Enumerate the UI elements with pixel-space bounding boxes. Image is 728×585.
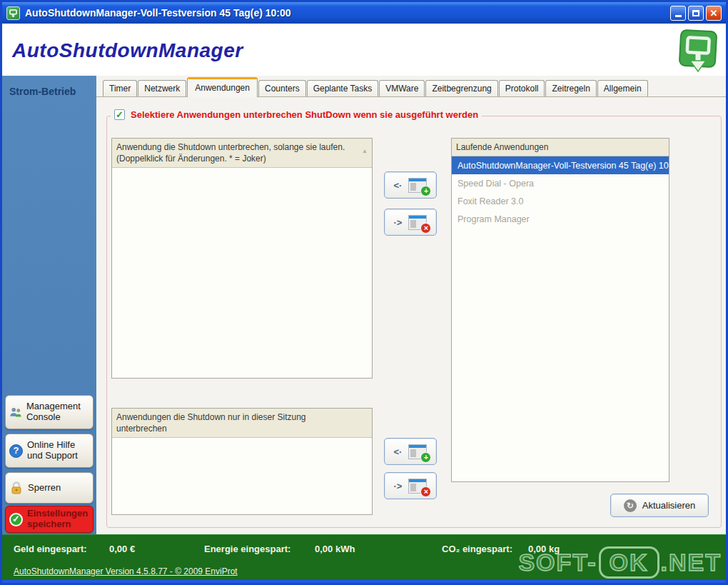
- tab-allgemein[interactable]: Allgemein: [597, 80, 648, 96]
- session-apps-list[interactable]: Anwendungen die Shutdown nur in dieser S…: [111, 408, 373, 515]
- window-bottom-border: [2, 580, 726, 583]
- interrupt-shutdown-option: ✓ Selektiere Anwendungen unterbrechen Sh…: [111, 109, 482, 120]
- running-apps-header[interactable]: Laufende Anwendungen: [452, 139, 669, 156]
- arrow-right-icon: ·>: [394, 481, 403, 491]
- tab-netzwerk[interactable]: Netzwerk: [138, 80, 186, 96]
- co2-saved-label: CO₂ eingespart:: [442, 544, 512, 554]
- online-help-label: Online Hilfe und Support: [27, 440, 89, 461]
- save-settings-button[interactable]: ✓ Einstellungen speichern: [5, 506, 93, 533]
- app-header: AutoShutdownManager: [2, 24, 726, 76]
- maximize-icon: [692, 10, 699, 16]
- session-apps-header[interactable]: Anwendungen die Shutdown nur in dieser S…: [112, 409, 372, 438]
- check-icon: ✓: [9, 513, 23, 526]
- sort-asc-icon[interactable]: ▲: [362, 148, 368, 156]
- help-icon: ?: [9, 444, 23, 458]
- session-apps-header-text: Anwendungen die Shutdown nur in dieser S…: [116, 412, 306, 434]
- watermark-ok: OK: [599, 546, 659, 579]
- running-apps-header-text: Laufende Anwendungen: [456, 142, 548, 152]
- watermark-left: SOFT-: [518, 549, 597, 576]
- soft-ok-watermark: SOFT- OK .NET: [518, 546, 722, 579]
- running-apps-list[interactable]: Laufende Anwendungen AutoShutdownManager…: [451, 138, 669, 482]
- delete-badge-icon: ×: [420, 223, 431, 234]
- window-remove-icon: ×: [408, 215, 427, 230]
- title-bar[interactable]: AutoShutdownManager-Voll-Testversion 45 …: [2, 2, 726, 24]
- app-icon-glyph: [9, 9, 18, 18]
- add-session-app-button[interactable]: <· +: [384, 438, 437, 465]
- energy-saved-value: 0,00 kWh: [315, 544, 355, 554]
- sidebar: Strom-Betrieb Management Console ? Onlin…: [2, 76, 96, 534]
- close-button[interactable]: ✕: [706, 6, 722, 21]
- plus-badge-icon: +: [420, 452, 431, 463]
- interrupt-shutdown-checkbox[interactable]: ✓: [114, 109, 125, 120]
- app-window: AutoShutdownManager-Voll-Testversion 45 …: [0, 0, 728, 585]
- persistent-apps-list[interactable]: Anwendung die Shutdown unterbrechen, sol…: [111, 138, 373, 379]
- tab-vmware[interactable]: VMWare: [379, 80, 425, 96]
- tab-counters[interactable]: Counters: [258, 80, 306, 96]
- remove-persistent-app-button[interactable]: ·> ×: [384, 209, 437, 236]
- save-settings-label: Einstellungen speichern: [27, 509, 89, 530]
- tab-geplante-tasks[interactable]: Geplante Tasks: [307, 80, 379, 96]
- list-item[interactable]: AutoShutdownManager-Voll-Testversion 45 …: [452, 156, 669, 174]
- arrow-right-icon: ·>: [394, 217, 403, 228]
- add-persistent-app-button[interactable]: <· +: [384, 171, 437, 199]
- maximize-button[interactable]: [688, 6, 704, 21]
- arrow-left-icon: <·: [394, 180, 403, 191]
- app-icon: [6, 6, 20, 20]
- tab-panel-anwendungen: ✓ Selektiere Anwendungen unterbrechen Sh…: [96, 97, 728, 534]
- remove-session-app-button[interactable]: ·> ×: [384, 472, 437, 499]
- list-item[interactable]: Foxit Reader 3.0: [452, 192, 669, 210]
- brand-logo-icon: [677, 29, 719, 76]
- list-item[interactable]: Program Manager: [452, 210, 669, 228]
- refresh-icon: ↻: [624, 499, 637, 512]
- persistent-apps-header-text: Anwendung die Shutdown unterbrechen, sol…: [116, 142, 345, 164]
- power-mode-label: Strom-Betrieb: [9, 86, 76, 97]
- running-apps-body: AutoShutdownManager-Voll-Testversion 45 …: [452, 156, 669, 481]
- arrow-left-icon: <·: [394, 446, 403, 457]
- management-console-button[interactable]: Management Console: [5, 395, 93, 429]
- tab-protokoll[interactable]: Protokoll: [499, 80, 545, 96]
- watermark-right: .NET: [661, 549, 722, 576]
- tab-zeitregeln[interactable]: Zeitregeln: [545, 80, 596, 96]
- refresh-label: Aktualisieren: [642, 500, 695, 511]
- delete-badge-icon: ×: [420, 486, 431, 497]
- management-console-label: Management Console: [26, 401, 89, 423]
- tab-timer[interactable]: Timer: [103, 80, 137, 96]
- refresh-button[interactable]: ↻ Aktualisieren: [610, 494, 709, 517]
- version-link[interactable]: AutoShutdownManager Version 4.5.8.77 - ©…: [14, 566, 238, 576]
- list-item[interactable]: Speed Dial - Opera: [452, 174, 669, 192]
- persistent-apps-header[interactable]: Anwendung die Shutdown unterbrechen, sol…: [112, 139, 372, 168]
- close-icon: ✕: [710, 9, 718, 18]
- lock-label: Sperren: [28, 483, 61, 494]
- window-add-icon: +: [408, 444, 427, 459]
- minimize-icon: [675, 15, 682, 17]
- minimize-button[interactable]: [670, 6, 686, 21]
- tab-zeitbegrenzung[interactable]: Zeitbegrenzung: [425, 80, 497, 96]
- lock-icon: [9, 481, 24, 495]
- plus-badge-icon: +: [420, 186, 431, 196]
- money-saved-value: 0,00 €: [109, 544, 135, 554]
- interrupt-shutdown-label: Selektiere Anwendungen unterbrechen Shut…: [131, 109, 478, 120]
- window-remove-icon: ×: [408, 479, 427, 494]
- online-help-button[interactable]: ? Online Hilfe und Support: [5, 434, 93, 468]
- tab-strip: Timer Netzwerk Anwendungen Counters Gepl…: [96, 76, 728, 97]
- tab-anwendungen[interactable]: Anwendungen: [187, 77, 258, 97]
- session-apps-body[interactable]: [112, 438, 372, 514]
- persistent-apps-body[interactable]: [112, 168, 372, 378]
- window-add-icon: +: [408, 178, 427, 193]
- users-icon: [9, 405, 22, 420]
- applications-groupbox: ✓ Selektiere Anwendungen unterbrechen Sh…: [106, 116, 722, 528]
- lock-button[interactable]: Sperren: [5, 472, 93, 504]
- checkbox-check-icon: ✓: [116, 110, 123, 119]
- app-logo-text: AutoShutdownManager: [12, 39, 243, 62]
- money-saved-label: Geld eingespart:: [14, 544, 87, 554]
- energy-saved-label: Energie eingespart:: [204, 544, 290, 554]
- window-title: AutoShutdownManager-Voll-Testversion 45 …: [25, 7, 668, 19]
